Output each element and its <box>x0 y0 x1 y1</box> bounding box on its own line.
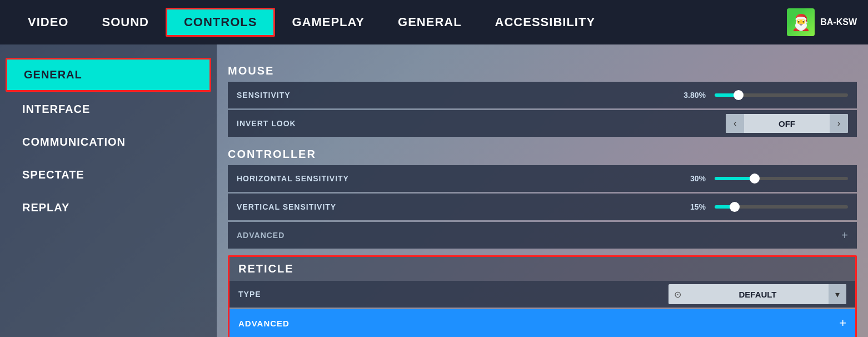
vert-sensitivity-slider[interactable] <box>715 205 848 209</box>
sidebar: GENERAL INTERFACE COMMUNICATION SPECTATE… <box>0 44 217 337</box>
vert-sensitivity-value: 15% <box>678 202 706 211</box>
avatar-emoji: 🎅 <box>791 13 811 32</box>
sidebar-item-replay[interactable]: REPLAY <box>6 192 211 223</box>
horiz-sensitivity-value: 30% <box>678 174 706 183</box>
username: BA-KSW <box>820 17 857 27</box>
reticle-advanced-plus-icon: + <box>839 316 846 330</box>
vert-sensitivity-row: VERTICAL SENSITIVITY 15% <box>228 194 857 220</box>
controller-section-title: CONTROLLER <box>228 148 857 161</box>
controller-advanced-plus-icon: + <box>841 229 848 242</box>
vert-sensitivity-thumb[interactable] <box>730 202 740 212</box>
tab-gameplay[interactable]: GAMEPLAY <box>275 9 381 35</box>
controller-advanced-row[interactable]: ADVANCED + <box>228 222 857 249</box>
tab-sound[interactable]: SOUND <box>85 9 165 35</box>
invert-look-value: OFF <box>744 115 829 133</box>
circle-icon: ⊙ <box>669 289 687 300</box>
invert-left-arrow[interactable]: ‹ <box>726 114 744 133</box>
reticle-section-title: RETICLE <box>230 257 855 281</box>
reticle-type-value: DEFAULT <box>687 290 829 299</box>
top-nav: VIDEO SOUND CONTROLS GAMEPLAY GENERAL AC… <box>0 0 868 44</box>
vert-sensitivity-label: VERTICAL SENSITIVITY <box>237 202 678 211</box>
invert-look-control[interactable]: ‹ OFF › <box>726 114 848 133</box>
reticle-type-dropdown[interactable]: ⊙ DEFAULT ▾ <box>669 284 846 304</box>
reticle-type-label: TYPE <box>238 290 669 299</box>
invert-right-arrow[interactable]: › <box>830 114 848 133</box>
dropdown-arrow-icon[interactable]: ▾ <box>829 284 846 304</box>
main-content: GENERAL INTERFACE COMMUNICATION SPECTATE… <box>0 44 868 337</box>
sidebar-item-spectate[interactable]: SPECTATE <box>6 160 211 190</box>
invert-look-label: INVERT LOOK <box>237 119 726 128</box>
sensitivity-slider[interactable] <box>715 93 848 97</box>
horiz-sensitivity-label: HORIZONTAL SENSITIVITY <box>237 174 678 183</box>
settings-panel: MOUSE SENSITIVITY 3.80% INVERT LOOK ‹ OF… <box>217 44 868 337</box>
avatar: 🎅 <box>787 8 815 36</box>
tab-accessibility[interactable]: ACCESSIBILITY <box>478 9 612 35</box>
tab-video[interactable]: VIDEO <box>11 9 85 35</box>
sidebar-item-communication[interactable]: COMMUNICATION <box>6 127 211 157</box>
sidebar-item-interface[interactable]: INTERFACE <box>6 94 211 125</box>
user-area: 🎅 BA-KSW <box>787 8 857 36</box>
reticle-advanced-row[interactable]: ADVANCED + <box>230 309 855 337</box>
controller-advanced-label: ADVANCED <box>237 231 841 240</box>
reticle-advanced-label: ADVANCED <box>238 319 839 328</box>
reticle-type-row: TYPE ⊙ DEFAULT ▾ <box>230 281 855 308</box>
sensitivity-value: 3.80% <box>678 91 706 100</box>
sensitivity-label: SENSITIVITY <box>237 91 678 100</box>
sensitivity-row: SENSITIVITY 3.80% <box>228 82 857 108</box>
horiz-sensitivity-fill <box>715 177 755 180</box>
reticle-section: RETICLE TYPE ⊙ DEFAULT ▾ ADVANCED + <box>228 255 857 337</box>
sensitivity-thumb[interactable] <box>734 90 744 100</box>
tab-controls[interactable]: CONTROLS <box>166 8 275 37</box>
mouse-section-title: MOUSE <box>228 65 857 77</box>
tab-general[interactable]: GENERAL <box>381 9 478 35</box>
horiz-sensitivity-thumb[interactable] <box>750 174 760 184</box>
invert-look-row: INVERT LOOK ‹ OFF › <box>228 110 857 137</box>
sidebar-item-general[interactable]: GENERAL <box>6 58 211 92</box>
horiz-sensitivity-slider[interactable] <box>715 177 848 180</box>
horiz-sensitivity-row: HORIZONTAL SENSITIVITY 30% <box>228 165 857 192</box>
